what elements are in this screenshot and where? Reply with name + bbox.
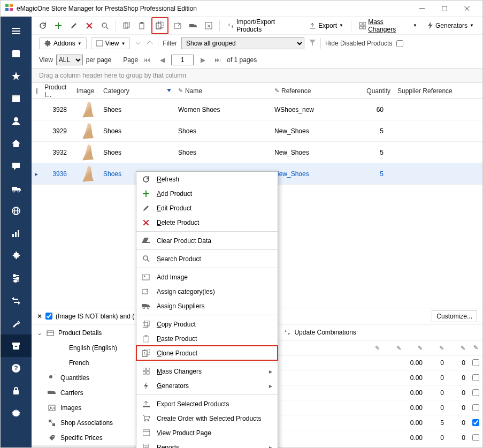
col-name[interactable]: ✎Name — [175, 83, 271, 98]
comb-checkbox[interactable] — [472, 434, 479, 441]
sidebar-globe-icon[interactable] — [1, 200, 32, 222]
sidebar-sync-icon[interactable] — [1, 290, 32, 312]
sidebar-sliders-icon[interactable] — [1, 267, 32, 290]
addons-button[interactable]: Addons▼ — [39, 37, 87, 49]
menu-clear-product-data[interactable]: Clear Product Data — [136, 233, 278, 248]
svg-point-49 — [102, 23, 106, 27]
gen-icon — [142, 382, 150, 390]
svg-rect-53 — [140, 23, 144, 29]
pencil-icon — [142, 205, 150, 211]
sidebar-lock-icon[interactable] — [1, 379, 32, 402]
perpage-select[interactable]: ALL — [56, 55, 83, 65]
menu-paste-product[interactable]: Paste Product — [136, 331, 278, 346]
col-productid[interactable]: Product I... — [41, 83, 73, 98]
menu-assign-suppliers[interactable]: Assign Suppliers — [136, 299, 278, 313]
menu-search-product[interactable]: Search Product — [136, 252, 278, 266]
menu-clone-product[interactable]: Clone Product — [136, 346, 278, 360]
col-category[interactable]: Category — [100, 83, 175, 98]
menu-export-selected-products[interactable]: Export Selected Products — [136, 397, 278, 411]
add-button[interactable] — [52, 19, 65, 32]
sidebar-chat-icon[interactable] — [1, 155, 32, 177]
group-hint[interactable]: Drag a column header here to group by th… — [32, 68, 482, 83]
prev-page-button[interactable]: ◀ — [156, 55, 168, 65]
view-button[interactable]: View▼ — [91, 37, 131, 49]
expand-button[interactable] — [134, 39, 142, 48]
menu-mass-changers[interactable]: Mass Changers▸ — [136, 364, 278, 378]
view-icon — [142, 429, 150, 436]
menu-view-product-page[interactable]: View Product Page — [136, 426, 278, 440]
sidebar-user-icon[interactable] — [1, 110, 32, 132]
table-row[interactable]: 3929ShoesShoesNew_Shoes5 — [32, 120, 482, 142]
sidebar-star-icon[interactable] — [1, 65, 32, 87]
next-page-button[interactable]: ▶ — [197, 55, 209, 65]
comb-checkbox[interactable] — [472, 374, 479, 381]
sidebar-help-icon[interactable]: ? — [1, 357, 32, 379]
view-page-button[interactable] — [203, 19, 215, 32]
sidebar-box-icon[interactable] — [1, 87, 32, 110]
menu-generators[interactable]: Generators▸ — [136, 378, 278, 393]
menu-add-product[interactable]: Add Product — [136, 186, 278, 201]
filter-enable-checkbox[interactable] — [45, 313, 52, 320]
edit-button[interactable] — [68, 19, 80, 32]
filter-close-icon[interactable]: ✕ — [37, 313, 42, 320]
clone-button[interactable] — [154, 19, 166, 32]
detail-carriers-icon — [48, 389, 56, 397]
sidebar-gear-icon[interactable] — [1, 402, 32, 424]
assign-cat-button[interactable] — [172, 19, 184, 32]
generators-button[interactable]: Generators▼ — [424, 20, 477, 32]
menu-refresh[interactable]: Refresh — [136, 172, 278, 186]
search-button[interactable] — [99, 19, 111, 32]
cell-category: Shoes — [100, 99, 175, 120]
page-input[interactable] — [171, 55, 194, 65]
svg-point-35 — [14, 280, 17, 282]
import-export-button[interactable]: Import/Export Products — [224, 16, 303, 35]
col-supplier-ref[interactable]: Supplier Reference — [394, 83, 474, 98]
menu-reports[interactable]: Reports▸ — [136, 440, 278, 448]
customize-button[interactable]: Customize... — [432, 310, 477, 322]
close-button[interactable] — [456, 1, 478, 17]
first-page-button[interactable]: ⏮ — [141, 55, 153, 65]
paste-button[interactable] — [136, 19, 148, 32]
menu-edit-product[interactable]: Edit Product — [136, 201, 278, 215]
menu-create-order-with-selected-products[interactable]: Create Order with Selected Products — [136, 411, 278, 426]
lang-item-icon — [56, 359, 65, 367]
table-row[interactable]: 3932ShoesShoesNew_Shoes5 — [32, 142, 482, 163]
table-row[interactable]: 3928ShoesWomen ShoesWShoes_new60 — [32, 99, 482, 120]
sidebar-home-icon[interactable] — [1, 132, 32, 155]
menu-add-image[interactable]: Add Image — [136, 270, 278, 284]
export-button[interactable]: Export▼ — [305, 20, 347, 32]
refresh-button[interactable] — [37, 19, 49, 32]
last-page-button[interactable]: ⏭ — [212, 55, 224, 65]
copy-button[interactable] — [120, 19, 133, 32]
assign-sup-button[interactable] — [187, 19, 200, 32]
filter-select[interactable]: Show all grouped — [181, 37, 304, 49]
menu-delete-product[interactable]: Delete Product — [136, 215, 278, 230]
col-reference[interactable]: ✎Reference — [271, 83, 351, 98]
secondary-toolbar: Addons▼ View▼ Filter Show all grouped Hi… — [32, 35, 482, 52]
sidebar-archive-icon[interactable] — [1, 335, 32, 357]
sidebar-truck-icon[interactable] — [1, 177, 32, 200]
hide-disabled-checkbox[interactable] — [396, 40, 403, 47]
comb-checkbox[interactable] — [472, 389, 479, 396]
col-image[interactable]: Image — [73, 83, 100, 98]
rowheader-col[interactable] — [32, 83, 41, 98]
collapse-button[interactable] — [146, 39, 154, 48]
comb-checkbox[interactable] — [472, 359, 479, 366]
comb-checkbox[interactable] — [472, 419, 479, 426]
sidebar-menu-icon[interactable] — [1, 20, 32, 42]
sidebar-wrench-icon[interactable] — [1, 312, 32, 335]
comb-checkbox[interactable] — [472, 404, 479, 411]
svg-rect-75 — [48, 391, 52, 394]
update-combinations-button[interactable]: Update Combinations — [279, 326, 360, 338]
sidebar-chart-icon[interactable] — [1, 222, 32, 245]
mass-changers-button[interactable]: Mass Changers▼ — [356, 16, 420, 35]
menu-assign-category-ies-[interactable]: Assign category(ies) — [136, 284, 278, 299]
delete-button[interactable] — [83, 19, 96, 32]
sidebar-store-icon[interactable] — [1, 42, 32, 65]
clear-filter-button[interactable] — [309, 39, 316, 48]
col-quantity[interactable]: Quantity — [351, 83, 394, 98]
sidebar-puzzle-icon[interactable] — [1, 245, 32, 267]
menu-copy-product[interactable]: Copy Product — [136, 317, 278, 331]
maximize-button[interactable] — [433, 1, 456, 17]
minimize-button[interactable] — [411, 1, 433, 17]
